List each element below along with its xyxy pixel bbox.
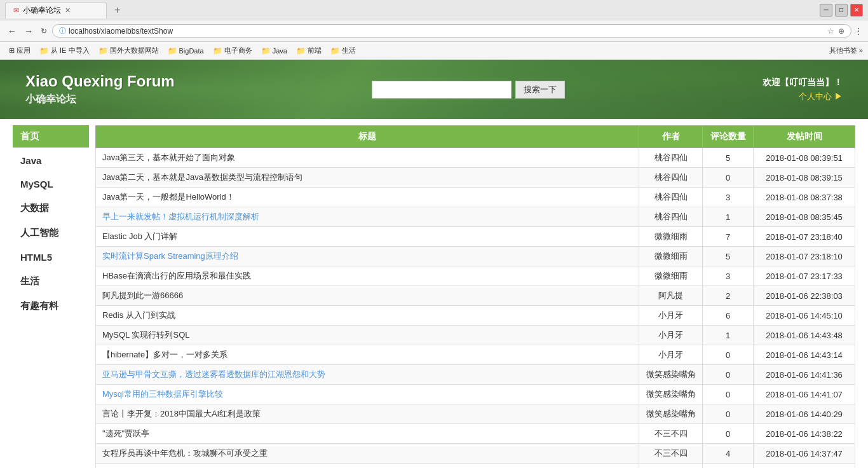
settings-button[interactable]: ⋮ bbox=[854, 26, 863, 36]
address-actions: ☆ ⊕ bbox=[827, 27, 844, 36]
post-time: 2018-01-06 14:45:10 bbox=[754, 306, 855, 326]
sidebar-item-interesting[interactable]: 有趣有料 bbox=[13, 295, 89, 317]
post-count: 5 bbox=[703, 148, 754, 168]
post-title-cell: 【hibernate】多对一，一对多关系 bbox=[96, 345, 639, 365]
refresh-button[interactable]: ↻ bbox=[38, 25, 50, 37]
post-author: 不三不四 bbox=[639, 444, 703, 464]
post-title-link[interactable]: 实时流计算Spark Streaming原理介绍 bbox=[102, 251, 238, 261]
sidebar-item-bigdata[interactable]: 大数据 bbox=[13, 197, 89, 219]
extensions-icon[interactable]: ⊕ bbox=[838, 27, 844, 36]
sidebar-item-ai[interactable]: 人工智能 bbox=[13, 222, 89, 244]
table-row: Mysql常用的三种数据库引擎比较微笑感染嘴角02018-01-06 14:41… bbox=[96, 385, 855, 404]
minimize-button[interactable]: ─ bbox=[820, 4, 832, 17]
post-author: 桃谷四仙 bbox=[639, 188, 703, 207]
bookmark-frontend[interactable]: 📁 前端 bbox=[292, 45, 325, 57]
maximize-button[interactable]: □ bbox=[835, 4, 848, 17]
main-content: 首页 Java MySQL 大数据 人工智能 HTML5 生活 有趣有料 标题 … bbox=[0, 119, 868, 468]
bookmark-apps[interactable]: ⊞ 应用 bbox=[5, 45, 34, 57]
bookmark-ecommerce[interactable]: 📁 电子商务 bbox=[209, 45, 256, 57]
post-title-link[interactable]: 亚马逊与甲骨文互撕，透过迷雾看透数据库的江湖恩怨和大势 bbox=[102, 369, 325, 379]
post-time: 2018-01-06 14:43:14 bbox=[754, 345, 855, 365]
post-author: 微微细雨 bbox=[639, 227, 703, 247]
post-author: 桃谷四仙 bbox=[639, 168, 703, 188]
post-count: 0 bbox=[703, 404, 754, 424]
post-time: 2018-01-08 08:37:38 bbox=[754, 188, 855, 207]
bookmark-ie-import[interactable]: 📁 从 IE 中导入 bbox=[36, 45, 93, 57]
tab-favicon: ✉ bbox=[13, 6, 19, 15]
post-time: 2018-01-06 14:38:22 bbox=[754, 424, 855, 444]
post-author: 小月牙 bbox=[639, 345, 703, 365]
post-author: 桃谷四仙 bbox=[639, 148, 703, 168]
bookmark-java[interactable]: 📁 Java bbox=[257, 45, 291, 57]
post-title-link[interactable]: Mysql常用的三种数据库引擎比较 bbox=[102, 389, 223, 399]
sidebar-item-html5[interactable]: HTML5 bbox=[13, 247, 89, 268]
bookmark-label: 从 IE 中导入 bbox=[51, 46, 90, 55]
close-button[interactable]: ✕ bbox=[850, 4, 863, 17]
search-input[interactable] bbox=[372, 81, 512, 99]
sidebar-item-mysql[interactable]: MySQL bbox=[13, 174, 89, 195]
post-author: 不三不四 bbox=[639, 424, 703, 444]
tab-close-button[interactable]: ✕ bbox=[65, 6, 71, 15]
post-time: 2018-01-07 23:17:33 bbox=[754, 266, 855, 286]
table-row: 实时流计算Spark Streaming原理介绍微微细雨52018-01-07 … bbox=[96, 247, 855, 266]
new-tab-button[interactable]: + bbox=[111, 4, 124, 16]
bookmark-bigdata-sites[interactable]: 📁 国外大数据网站 bbox=[95, 45, 163, 57]
table-row: Java第一天，一般都是HelloWorld！桃谷四仙32018-01-08 0… bbox=[96, 188, 855, 207]
post-time: 2018-01-06 14:37:47 bbox=[754, 444, 855, 464]
post-title-cell: Redis 从入门到实战 bbox=[96, 306, 639, 326]
table-row: 早上一来就发帖！虚拟机运行机制深度解析桃谷四仙12018-01-08 08:35… bbox=[96, 207, 855, 227]
post-count: 0 bbox=[703, 168, 754, 188]
folder-icon: 📁 bbox=[296, 46, 306, 55]
site-title-cn: 小确幸论坛 bbox=[25, 93, 175, 106]
table-row: Java第三天，基本就开始了面向对象桃谷四仙52018-01-08 08:39:… bbox=[96, 148, 855, 168]
table-row: MySQL 实现行转列SQL小月牙12018-01-06 14:43:48 bbox=[96, 326, 855, 345]
post-title-link[interactable]: 早上一来就发帖！虚拟机运行机制深度解析 bbox=[102, 212, 259, 221]
post-count: 6 bbox=[703, 464, 754, 469]
table-row: 言论丨李开复：2018中国最大AI红利是政策微笑感染嘴角02018-01-06 … bbox=[96, 404, 855, 424]
post-count: 7 bbox=[703, 227, 754, 247]
browser-tab[interactable]: ✉ 小确幸论坛 ✕ bbox=[5, 2, 107, 18]
welcome-text: 欢迎【叮叮当当】！ bbox=[763, 77, 843, 88]
post-count: 1 bbox=[703, 207, 754, 227]
col-title: 标题 bbox=[96, 126, 639, 148]
bookmark-label: 国外大数据网站 bbox=[110, 46, 159, 55]
other-bookmarks[interactable]: 其他书签 » bbox=[829, 46, 863, 55]
post-title-cell: Elastic Job 入门详解 bbox=[96, 227, 639, 247]
bookmark-label: BigData bbox=[179, 47, 204, 55]
bookmark-star-icon[interactable]: ☆ bbox=[827, 27, 834, 36]
post-time: 2018-01-06 14:41:07 bbox=[754, 385, 855, 404]
sidebar-item-home[interactable]: 首页 bbox=[13, 125, 89, 148]
sidebar-item-life[interactable]: 生活 bbox=[13, 270, 89, 292]
table-area: 标题 作者 评论数量 发帖时间 Java第三天，基本就开始了面向对象桃谷四仙52… bbox=[95, 125, 855, 468]
apps-icon: ⊞ bbox=[9, 46, 15, 55]
window-controls: ─ □ ✕ bbox=[820, 4, 863, 17]
back-button[interactable]: ← bbox=[5, 25, 19, 38]
post-author: 阿凡提 bbox=[639, 286, 703, 306]
posts-table: 标题 作者 评论数量 发帖时间 Java第三天，基本就开始了面向对象桃谷四仙52… bbox=[95, 125, 855, 468]
bookmark-label: 电子商务 bbox=[224, 46, 252, 55]
table-row: Java第二天，基本就是Java基数据类型与流程控制语句桃谷四仙02018-01… bbox=[96, 168, 855, 188]
search-button[interactable]: 搜索一下 bbox=[515, 81, 565, 99]
table-header-row: 标题 作者 评论数量 发帖时间 bbox=[96, 126, 855, 148]
post-count: 5 bbox=[703, 247, 754, 266]
address-bar[interactable]: ⓘ localhost/xiaomeibbs/textShow ☆ ⊕ bbox=[52, 24, 851, 38]
user-center-link[interactable]: 个人中心 ▶ bbox=[763, 91, 843, 102]
table-row: 阿凡提到此一游66666阿凡提22018-01-06 22:38:03 bbox=[96, 286, 855, 306]
table-row: Elastic Job 入门详解微微细雨72018-01-07 23:18:40 bbox=[96, 227, 855, 247]
bookmark-bigdata[interactable]: 📁 BigData bbox=[164, 45, 208, 57]
post-time: 2018-01-07 23:18:40 bbox=[754, 227, 855, 247]
post-title-cell: "遗死"贾跃亭 bbox=[96, 424, 639, 444]
post-title-cell: 早上一来就发帖！虚拟机运行机制深度解析 bbox=[96, 207, 639, 227]
post-title-cell: Java第三天，基本就开始了面向对象 bbox=[96, 148, 639, 168]
table-row: 女程序员再谈中年危机：攻城狮不可承受之重不三不四42018-01-06 14:3… bbox=[96, 444, 855, 464]
post-time: 2018-01-08 08:35:45 bbox=[754, 207, 855, 227]
forward-button[interactable]: → bbox=[22, 25, 36, 38]
post-count: 1 bbox=[703, 326, 754, 345]
post-count: 4 bbox=[703, 444, 754, 464]
post-time: 2018-01-07 23:18:10 bbox=[754, 247, 855, 266]
sidebar-item-java[interactable]: Java bbox=[13, 150, 89, 171]
post-count: 3 bbox=[703, 188, 754, 207]
folder-icon: 📁 bbox=[168, 46, 177, 55]
bookmark-life[interactable]: 📁 生活 bbox=[327, 45, 360, 57]
folder-icon: 📁 bbox=[213, 46, 222, 55]
